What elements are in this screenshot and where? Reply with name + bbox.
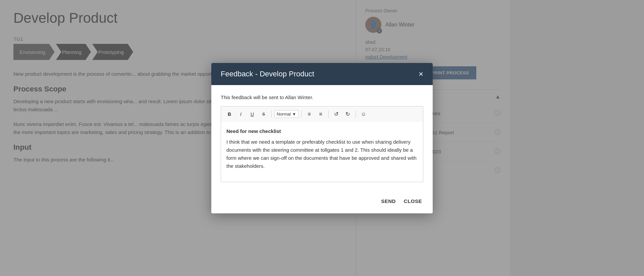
feedback-recipient-text: This feedback will be sent to Allan Wint… (221, 94, 423, 100)
modal-close-x-button[interactable]: × (419, 70, 423, 78)
toolbar-divider-1 (271, 111, 272, 118)
send-button[interactable]: SEND (380, 196, 397, 207)
bullet-list-button[interactable]: ≡ (304, 109, 314, 119)
chevron-down-icon: ▼ (292, 112, 296, 117)
modal-title: Feedback - Develop Product (221, 70, 314, 78)
redo-button[interactable]: ↻ (343, 109, 353, 119)
undo-button[interactable]: ↺ (331, 109, 341, 119)
modal-header: Feedback - Develop Product × (211, 63, 433, 85)
modal-body: This feedback will be sent to Allan Wint… (211, 85, 433, 189)
italic-button[interactable]: I (236, 109, 246, 119)
toolbar-divider-3 (328, 111, 329, 118)
emoji-button[interactable]: ☺ (359, 109, 369, 119)
content-bold-title: Need for new checklist (226, 127, 418, 135)
toolbar-divider-4 (356, 111, 356, 118)
content-body-text: I think that we need a template or prefe… (226, 139, 417, 169)
style-dropdown[interactable]: Normal ▼ (274, 110, 299, 118)
numbered-list-button[interactable]: ≡ (316, 109, 326, 119)
close-button[interactable]: CLOSE (402, 196, 423, 207)
feedback-modal: Feedback - Develop Product × This feedba… (211, 63, 433, 213)
modal-overlay[interactable]: Feedback - Develop Product × This feedba… (0, 0, 644, 276)
toolbar-divider-2 (301, 111, 302, 118)
strikethrough-button[interactable]: S (259, 109, 269, 119)
editor-toolbar: B I U S Normal ▼ ≡ ≡ ↺ ↻ (221, 106, 423, 122)
editor-content-area[interactable]: Need for new checklist I think that we n… (221, 122, 423, 182)
bold-button[interactable]: B (224, 109, 234, 119)
modal-footer: SEND CLOSE (211, 189, 433, 213)
underline-button[interactable]: U (247, 109, 257, 119)
